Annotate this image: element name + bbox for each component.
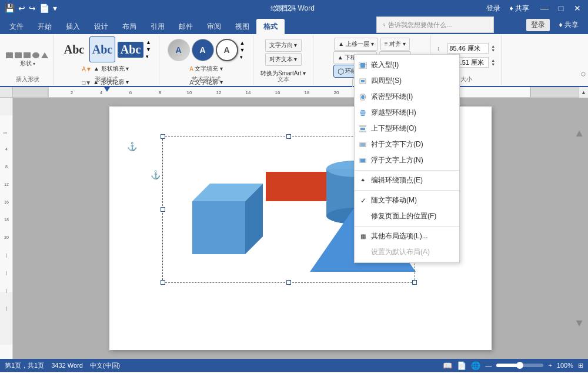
menu-item-more-layout[interactable]: ▦ 其他布局选项(L)...: [355, 228, 459, 244]
view-print-btn[interactable]: 📄: [457, 361, 466, 370]
menu-sep-1: [355, 170, 459, 171]
minimize-button[interactable]: —: [539, 2, 550, 14]
shape-style-3[interactable]: Abc: [118, 36, 143, 62]
svg-text:|: |: [6, 288, 7, 293]
through-icon: [358, 108, 368, 118]
save-icon[interactable]: 💾: [5, 4, 15, 13]
tab-design[interactable]: 设计: [87, 19, 115, 34]
align-btn[interactable]: ≡ 对齐 ▾: [380, 38, 410, 51]
menu-item-square[interactable]: 四周型(S): [355, 73, 459, 89]
shape-styles-arrows[interactable]: ▲ ▼ ▾: [146, 39, 151, 59]
undo-icon[interactable]: ↩: [18, 4, 25, 13]
menu-item-move-with-text[interactable]: 随文字移动(M): [355, 192, 459, 208]
zoom-level: 100%: [557, 362, 573, 369]
redo-icon[interactable]: ↪: [29, 4, 36, 13]
shape-styles-label: 形状样式: [95, 75, 118, 84]
menu-item-in-front-text[interactable]: 浮于文字上方(N): [355, 152, 459, 168]
zoom-out-btn[interactable]: —: [485, 362, 492, 369]
svg-text:4: 4: [100, 90, 103, 95]
close-button[interactable]: ✕: [572, 2, 583, 14]
menu-sep-3: [355, 226, 459, 227]
text-fill-btn[interactable]: A文字填充 ▾: [186, 62, 226, 75]
height-value[interactable]: 85.46 厘米: [447, 43, 489, 54]
v-ruler: 1 4 8 12 16 18 20 | | | |: [0, 98, 13, 359]
handle-tc[interactable]: [286, 134, 291, 139]
handle-br[interactable]: [412, 280, 417, 285]
menu-item-tight[interactable]: 紧密型环绕(I): [355, 89, 459, 105]
move-up-btn[interactable]: ▲ 上移一层 ▾: [334, 38, 377, 51]
tab-mail[interactable]: 邮件: [172, 19, 200, 34]
height-arrows[interactable]: ▲ ▼: [491, 44, 495, 52]
art-style-c[interactable]: A: [216, 39, 238, 61]
more-icon[interactable]: ▾: [53, 4, 57, 13]
width-arrows[interactable]: ▲ ▼: [491, 58, 495, 66]
svg-text:18: 18: [4, 218, 9, 222]
menu-item-fix-position[interactable]: 修复页面上的位置(F): [355, 208, 459, 224]
view-web-btn[interactable]: 🌐: [471, 361, 480, 370]
menu-item-set-default[interactable]: 设置为默认布局(A): [355, 244, 459, 260]
svg-text:2: 2: [71, 90, 74, 95]
status-bar: 第1页，共1页 3432 Word 中文(中国) 📖 📄 🌐 — + 100% …: [0, 359, 588, 372]
shape-fill-btn[interactable]: A▼ ▲ 形状填充 ▾: [78, 62, 133, 75]
insert-shapes-label: 插入形状: [16, 75, 39, 84]
menu-item-behind-text[interactable]: 衬于文字下方(D): [355, 136, 459, 152]
shape-style-1[interactable]: Abc: [61, 36, 87, 62]
handle-bc[interactable]: [286, 280, 291, 285]
svg-text:1: 1: [3, 132, 7, 134]
zoom-in-btn[interactable]: +: [548, 362, 552, 369]
zoom-slider[interactable]: [496, 364, 543, 367]
art-styles-label: 艺术字样式: [192, 75, 221, 84]
status-right: 📖 📄 🌐 — + 100% ⊞: [443, 361, 583, 370]
more-layout-icon: ▦: [358, 232, 368, 241]
menu-item-top-bottom[interactable]: 上下型环绕(O): [355, 121, 459, 136]
login-button[interactable]: 登录: [526, 19, 550, 31]
menu-item-through[interactable]: 穿越型环绕(H): [355, 105, 459, 121]
tab-view[interactable]: 视图: [228, 19, 256, 34]
tab-file[interactable]: 文件: [2, 19, 31, 34]
fit-btn[interactable]: ⊞: [578, 362, 583, 369]
art-style-b[interactable]: A: [192, 39, 214, 61]
menu-item-edit-points[interactable]: ✦ 编辑环绕顶点(E): [355, 172, 459, 188]
behind-text-icon: [358, 140, 368, 149]
align-text-btn[interactable]: 对齐文本 ▾: [265, 53, 302, 66]
window-controls: 登录 ♦ 共享 — □ ✕: [486, 2, 583, 14]
login-label[interactable]: 登录: [486, 4, 500, 14]
anchor-icon: ⚓: [127, 142, 137, 151]
document-area: ⚓: [13, 98, 588, 359]
svg-text:|: |: [6, 271, 7, 275]
tab-format[interactable]: 格式: [256, 19, 285, 34]
menu-item-inline[interactable]: 嵌入型(I): [355, 57, 459, 73]
handle-ml[interactable]: [161, 207, 165, 212]
ruler-area: 2 4 6 8 10 12 14 16 18 20 22 24 26 28 ▲: [0, 87, 588, 98]
svg-rect-46: [360, 143, 365, 146]
scroll-up[interactable]: ▲: [574, 127, 584, 139]
ribbon-group-text: 文字方向 ▾ 对齐文本 ▾ 转换为SmartArt ▾ 文本: [253, 35, 313, 85]
handle-bl[interactable]: [161, 280, 165, 285]
zoom-handle[interactable]: [516, 362, 523, 369]
tab-references[interactable]: 引用: [143, 19, 172, 34]
svg-text:12: 12: [4, 182, 9, 186]
maximize-button[interactable]: □: [555, 2, 567, 14]
tab-layout[interactable]: 布局: [115, 19, 143, 34]
tab-insert[interactable]: 插入: [59, 19, 87, 34]
insert-shape-btn[interactable]: 形状 ▾: [20, 59, 35, 68]
art-style-a[interactable]: A: [168, 39, 190, 61]
tab-review[interactable]: 审阅: [200, 19, 228, 34]
file-icon[interactable]: 📄: [39, 4, 49, 13]
view-read-btn[interactable]: 📖: [443, 361, 452, 370]
ruler-expand[interactable]: ▲: [579, 87, 588, 98]
share-button[interactable]: ♦ 共享: [554, 19, 583, 31]
search-bar[interactable]: ♀ 告诉我您想要做什么...: [376, 16, 494, 33]
handle-tl[interactable]: [161, 134, 165, 139]
art-styles-arrows[interactable]: ▲ ▼ ▾: [240, 40, 245, 60]
search-placeholder: ♀ 告诉我您想要做什么...: [382, 21, 452, 29]
scroll-down[interactable]: ▼: [574, 317, 584, 329]
inline-icon: [358, 61, 368, 70]
shape-style-2[interactable]: Abc: [89, 36, 115, 62]
tab-start[interactable]: 开始: [31, 19, 59, 34]
text-direction-btn[interactable]: 文字方向 ▾: [265, 39, 302, 52]
share-label[interactable]: ♦ 共享: [510, 4, 529, 14]
indent-marker[interactable]: [104, 87, 110, 92]
expand-btn[interactable]: ⬡: [580, 71, 587, 78]
svg-text:16: 16: [4, 200, 9, 204]
